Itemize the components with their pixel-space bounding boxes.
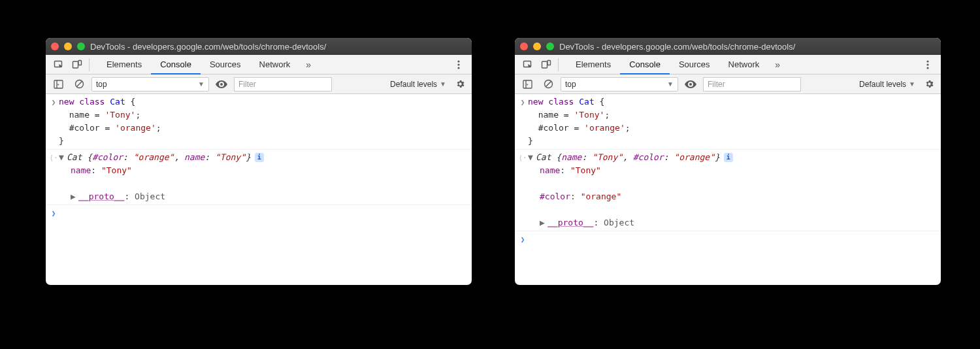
filter-input[interactable] (234, 77, 332, 91)
tab-network[interactable]: Network (250, 55, 300, 75)
execution-context-selector[interactable]: top ▼ (561, 77, 678, 91)
titlebar[interactable]: DevTools - developers.google.com/web/too… (515, 38, 941, 55)
chevron-down-icon: ▼ (909, 80, 915, 88)
log-level-label: Default levels (859, 80, 906, 89)
console-prompt[interactable]: ❯ (515, 231, 941, 248)
clear-console-icon[interactable] (540, 76, 557, 92)
minimize-window-button[interactable] (533, 42, 541, 50)
object-header[interactable]: Cat {#color: "orange", name: "Tony"} (67, 152, 251, 162)
svg-rect-9 (542, 61, 547, 68)
disclosure-triangle-icon[interactable]: ▼ (528, 151, 534, 164)
window-title: DevTools - developers.google.com/web/too… (90, 42, 326, 52)
console-input-code: new class Cat { name = 'Tony'; #color = … (528, 95, 937, 148)
svg-rect-1 (73, 61, 78, 68)
zoom-window-button[interactable] (77, 42, 85, 50)
more-tabs-icon[interactable]: » (768, 59, 787, 70)
execution-context-label: top (565, 80, 576, 89)
svg-point-13 (926, 67, 928, 69)
info-icon[interactable]: i (255, 153, 264, 162)
more-tabs-icon[interactable]: » (299, 59, 318, 70)
input-chevron-icon: ❯ (48, 95, 59, 148)
disclosure-triangle-icon[interactable]: ▶ (71, 190, 77, 203)
log-level-selector[interactable]: Default levels ▼ (857, 77, 918, 91)
show-console-sidebar-icon[interactable] (50, 76, 67, 92)
titlebar[interactable]: DevTools - developers.google.com/web/too… (46, 38, 472, 55)
show-console-sidebar-icon[interactable] (519, 76, 536, 92)
console-prompt-input[interactable] (528, 233, 937, 246)
device-mode-icon[interactable] (68, 56, 86, 74)
device-mode-icon[interactable] (537, 56, 555, 74)
svg-point-5 (457, 67, 459, 69)
zoom-window-button[interactable] (546, 42, 554, 50)
console-toolbar: top ▼ Default levels ▼ (46, 75, 472, 94)
tab-bar: Elements Console Sources Network » (515, 55, 941, 75)
svg-rect-10 (547, 60, 551, 65)
clear-console-icon[interactable] (71, 76, 88, 92)
inspect-element-icon[interactable] (519, 56, 537, 74)
info-icon[interactable]: i (724, 153, 733, 162)
console-output-entry: ⟨⋅ ▼Cat {name: "Tony", #color: "orange"}… (515, 149, 941, 231)
console-prompt[interactable]: ❯ (46, 205, 472, 222)
console-input-entry: ❯ new class Cat { name = 'Tony'; #color … (515, 94, 941, 149)
disclosure-triangle-icon[interactable]: ▼ (59, 151, 65, 164)
console-input-entry: ❯ new class Cat { name = 'Tony'; #color … (46, 94, 472, 149)
object-header[interactable]: Cat {name: "Tony", #color: "orange"} (536, 152, 720, 162)
console-output-entry: ⟨⋅ ▼Cat {#color: "orange", name: "Tony"}… (46, 149, 472, 205)
close-window-button[interactable] (51, 42, 59, 50)
devtools-menu-icon[interactable] (919, 59, 937, 70)
inspect-element-icon[interactable] (50, 56, 68, 74)
svg-point-3 (457, 60, 459, 62)
console-toolbar: top ▼ Default levels ▼ (515, 75, 941, 94)
filter-input[interactable] (703, 77, 801, 91)
object-property-value: "orange" (581, 191, 622, 201)
execution-context-selector[interactable]: top ▼ (91, 77, 209, 91)
svg-rect-2 (78, 60, 82, 65)
live-expression-icon[interactable] (682, 76, 699, 92)
live-expression-icon[interactable] (213, 76, 230, 92)
tab-sources[interactable]: Sources (670, 55, 719, 75)
devtools-window: DevTools - developers.google.com/web/too… (515, 38, 941, 285)
console-input-code: new class Cat { name = 'Tony'; #color = … (59, 95, 468, 148)
output-chevron-icon: ⟨⋅ (48, 151, 59, 203)
window-controls (51, 42, 85, 50)
console-prompt-input[interactable] (59, 207, 468, 220)
proto-link[interactable]: __proto__ (547, 218, 593, 227)
console-settings-icon[interactable] (453, 79, 468, 89)
console-settings-icon[interactable] (922, 79, 937, 89)
object-property-name[interactable]: name (540, 165, 560, 175)
devtools-menu-icon[interactable] (449, 59, 468, 70)
log-level-selector[interactable]: Default levels ▼ (387, 77, 449, 91)
proto-value: Object (604, 218, 634, 227)
proto-link[interactable]: __proto__ (78, 191, 124, 201)
chevron-down-icon: ▼ (440, 80, 446, 88)
tab-console[interactable]: Console (151, 55, 201, 75)
console-output: ▼Cat {name: "Tony", #color: "orange"}i n… (528, 151, 937, 229)
panel-tabs: Elements Console Sources Network (566, 55, 768, 75)
tab-elements[interactable]: Elements (566, 55, 620, 75)
close-window-button[interactable] (520, 42, 528, 50)
tab-elements[interactable]: Elements (97, 55, 151, 75)
chevron-down-icon: ▼ (198, 80, 204, 88)
window-title: DevTools - developers.google.com/web/too… (559, 42, 795, 52)
divider (558, 58, 559, 71)
object-property-name[interactable]: name (71, 165, 91, 175)
console-body: ❯ new class Cat { name = 'Tony'; #color … (46, 94, 472, 225)
tab-console[interactable]: Console (620, 55, 670, 75)
devtools-window: DevTools - developers.google.com/web/too… (46, 38, 472, 285)
object-property-name[interactable]: #color (540, 191, 570, 201)
object-property-value: "Tony" (570, 165, 601, 175)
tab-network[interactable]: Network (719, 55, 769, 75)
console-body: ❯ new class Cat { name = 'Tony'; #color … (515, 94, 941, 252)
divider (89, 58, 90, 71)
proto-value: Object (135, 191, 165, 201)
window-controls (520, 42, 554, 50)
svg-point-4 (457, 63, 459, 65)
object-property-value: "Tony" (101, 165, 132, 175)
chevron-down-icon: ▼ (667, 80, 674, 88)
prompt-chevron-icon: ❯ (48, 207, 59, 220)
minimize-window-button[interactable] (64, 42, 72, 50)
disclosure-triangle-icon[interactable]: ▶ (540, 216, 546, 229)
console-output: ▼Cat {#color: "orange", name: "Tony"}i n… (59, 151, 468, 203)
log-level-label: Default levels (390, 80, 437, 89)
tab-sources[interactable]: Sources (201, 55, 250, 75)
